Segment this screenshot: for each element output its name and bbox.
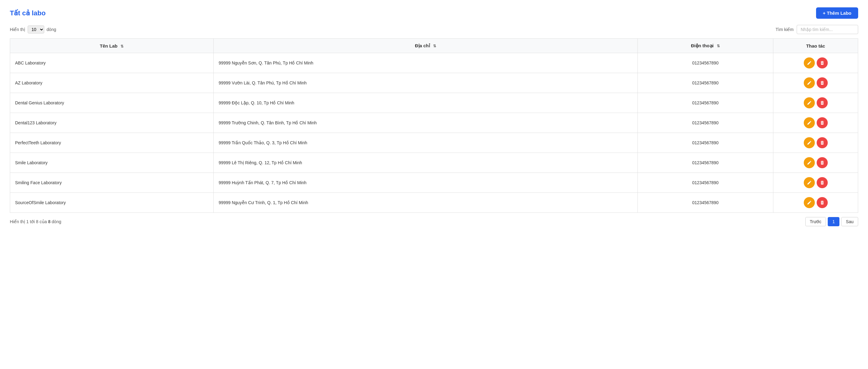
cell-address: 99999 Huỳnh Tấn Phát, Q. 7, Tp Hồ Chí Mi… <box>214 173 638 193</box>
cell-actions <box>773 53 858 73</box>
cell-address: 99999 Nguyễn Cư Trinh, Q. 1, Tp Hồ Chí M… <box>214 193 638 213</box>
cell-phone: 01234567890 <box>638 173 773 193</box>
labo-table: Tên Lab ⇅ Địa chỉ ⇅ Điện thoại ⇅ Thao tá… <box>10 38 858 213</box>
prev-page-button[interactable]: Trước <box>805 217 826 226</box>
rows-label: dòng <box>47 27 56 32</box>
cell-name: Dental Genius Laboratory <box>10 93 214 113</box>
edit-button[interactable] <box>804 77 815 89</box>
delete-button[interactable] <box>817 117 828 128</box>
search-label: Tìm kiếm <box>775 27 794 32</box>
edit-button[interactable] <box>804 177 815 188</box>
table-row: SourceOfSmile Laboratory99999 Nguyễn Cư … <box>10 193 858 213</box>
cell-phone: 01234567890 <box>638 73 773 93</box>
cell-phone: 01234567890 <box>638 193 773 213</box>
page-title: Tất cả labo <box>10 9 45 17</box>
cell-actions <box>773 93 858 113</box>
table-row: PerfectTeeth Laboratory99999 Trần Quốc T… <box>10 133 858 153</box>
cell-address: 99999 Trường Chinh, Q. Tân Bình, Tp Hồ C… <box>214 113 638 133</box>
cell-address: 99999 Độc Lập, Q. 10, Tp Hồ Chí Minh <box>214 93 638 113</box>
add-labo-button[interactable]: + Thêm Labo <box>816 7 858 19</box>
table-header-row: Tên Lab ⇅ Địa chỉ ⇅ Điện thoại ⇅ Thao tá… <box>10 39 858 53</box>
cell-actions <box>773 113 858 133</box>
cell-name: ABC Laboratory <box>10 53 214 73</box>
cell-name: SourceOfSmile Laboratory <box>10 193 214 213</box>
table-row: Smile Laboratory99999 Lê Thị Riêng, Q. 1… <box>10 153 858 173</box>
delete-button[interactable] <box>817 197 828 208</box>
cell-name: Dental123 Laboratory <box>10 113 214 133</box>
delete-button[interactable] <box>817 157 828 168</box>
cell-phone: 01234567890 <box>638 133 773 153</box>
pagination-info: Hiển thị 1 tới 8 của 8 dòng <box>10 219 61 224</box>
sort-icon-address: ⇅ <box>433 44 436 48</box>
cell-actions <box>773 133 858 153</box>
next-page-button[interactable]: Sau <box>841 217 858 226</box>
edit-button[interactable] <box>804 197 815 208</box>
cell-address: 99999 Nguyễn Sơn, Q. Tân Phú, Tp Hồ Chí … <box>214 53 638 73</box>
cell-address: 99999 Vườn Lài, Q. Tân Phú, Tp Hồ Chí Mi… <box>214 73 638 93</box>
pagination: Trước 1 Sau <box>805 217 858 226</box>
cell-phone: 01234567890 <box>638 93 773 113</box>
cell-actions <box>773 173 858 193</box>
cell-actions <box>773 193 858 213</box>
sort-icon-name: ⇅ <box>121 44 124 48</box>
page-1-button[interactable]: 1 <box>828 217 839 226</box>
edit-button[interactable] <box>804 58 815 68</box>
cell-actions <box>773 153 858 173</box>
delete-button[interactable] <box>817 137 828 148</box>
delete-button[interactable] <box>817 177 828 188</box>
table-row: ABC Laboratory99999 Nguyễn Sơn, Q. Tân P… <box>10 53 858 73</box>
edit-button[interactable] <box>804 137 815 148</box>
table-row: Smiling Face Laboratory99999 Huỳnh Tấn P… <box>10 173 858 193</box>
cell-actions <box>773 73 858 93</box>
cell-name: PerfectTeeth Laboratory <box>10 133 214 153</box>
show-label: Hiển thị <box>10 27 25 32</box>
rows-per-page-select[interactable]: 5 10 25 50 <box>28 26 44 33</box>
search-input[interactable] <box>797 25 858 34</box>
delete-button[interactable] <box>817 77 828 89</box>
cell-phone: 01234567890 <box>638 53 773 73</box>
edit-button[interactable] <box>804 117 815 128</box>
delete-button[interactable] <box>817 97 828 108</box>
table-row: Dental123 Laboratory99999 Trường Chinh, … <box>10 113 858 133</box>
sort-icon-phone: ⇅ <box>717 44 720 48</box>
cell-name: Smile Laboratory <box>10 153 214 173</box>
delete-button[interactable] <box>817 58 828 68</box>
table-row: Dental Genius Laboratory99999 Độc Lập, Q… <box>10 93 858 113</box>
cell-address: 99999 Lê Thị Riêng, Q. 12, Tp Hồ Chí Min… <box>214 153 638 173</box>
cell-name: Smiling Face Laboratory <box>10 173 214 193</box>
cell-address: 99999 Trần Quốc Thảo, Q. 3, Tp Hồ Chí Mi… <box>214 133 638 153</box>
edit-button[interactable] <box>804 97 815 108</box>
cell-phone: 01234567890 <box>638 153 773 173</box>
edit-button[interactable] <box>804 157 815 168</box>
col-header-actions: Thao tác <box>773 39 858 53</box>
col-header-address: Địa chỉ ⇅ <box>214 39 638 53</box>
table-row: AZ Laboratory99999 Vườn Lài, Q. Tân Phú,… <box>10 73 858 93</box>
col-header-name: Tên Lab ⇅ <box>10 39 214 53</box>
col-header-phone: Điện thoại ⇅ <box>638 39 773 53</box>
cell-phone: 01234567890 <box>638 113 773 133</box>
cell-name: AZ Laboratory <box>10 73 214 93</box>
